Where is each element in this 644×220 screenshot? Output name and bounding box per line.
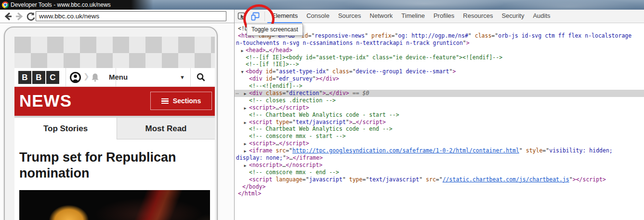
header-divider xyxy=(190,68,191,86)
code-token: type xyxy=(349,176,363,183)
code-token: src xyxy=(426,176,436,183)
dom-tree-node[interactable]: <!--[if !IE]>--> xyxy=(235,61,644,68)
code-token: " xyxy=(419,176,426,183)
expand-arrow-icon[interactable]: ▶ xyxy=(243,90,248,97)
url-input[interactable] xyxy=(36,11,226,21)
code-token: =" xyxy=(289,119,296,125)
browser-toolbar xyxy=(0,10,234,23)
code-token: =" xyxy=(286,147,292,154)
reload-icon[interactable] xyxy=(26,11,36,22)
search-icon[interactable] xyxy=(196,72,206,84)
dom-tree-node[interactable]: <div id="edr_survey"></div> xyxy=(235,75,644,82)
code-token xyxy=(263,75,266,82)
tab-top-stories[interactable]: Top Stories xyxy=(14,118,117,139)
expand-arrow-icon[interactable]: ▶ xyxy=(243,140,248,148)
devtools-tab-audits[interactable]: Audits xyxy=(528,10,554,23)
dom-tree-node[interactable]: ▶<head>…</head> xyxy=(235,47,644,54)
code-token: =" xyxy=(272,68,279,75)
sign-in-icon[interactable] xyxy=(70,72,81,85)
code-token: </script> xyxy=(356,119,386,125)
news-logo[interactable]: NEWS xyxy=(19,87,72,115)
code-token: > xyxy=(286,154,289,161)
menu-button[interactable]: Menu xyxy=(109,68,128,86)
bbc-global-header: BBC ❯ Menu ▼ xyxy=(14,68,215,87)
code-token: n-touchevents n-svg n-cssanimations n-te… xyxy=(236,40,463,46)
expand-arrow-icon[interactable]: ▶ xyxy=(240,47,245,55)
forward-arrow-icon[interactable] xyxy=(14,11,25,22)
bbc-logo-block: C xyxy=(46,71,59,84)
code-token: =" xyxy=(491,32,498,39)
code-token: " xyxy=(342,176,349,183)
expand-arrow-icon[interactable]: ▶ xyxy=(243,162,248,169)
code-token: </body> xyxy=(242,183,265,190)
expand-arrow-icon[interactable]: ▶ xyxy=(243,119,248,126)
code-token: =" xyxy=(362,176,369,183)
tab-most-read[interactable]: Most Read xyxy=(117,118,215,139)
window-title: Developer Tools - www.bbc.co.uk/news xyxy=(11,0,111,10)
dom-tree-node[interactable]: ▶<script>…</script> xyxy=(235,140,644,147)
devtools-tab-console[interactable]: Console xyxy=(302,10,334,23)
dom-tree-node[interactable]: ▶<script type="text/javascript">…</scrip… xyxy=(235,119,644,126)
dom-tree-node[interactable]: display: none;">…</iframe> xyxy=(235,154,644,162)
code-token: " xyxy=(463,40,466,46)
expand-arrow-icon[interactable]: ▶ xyxy=(243,105,248,112)
dom-tree-node[interactable]: ▶<iframe src="http://tpc.googlesyndicati… xyxy=(235,147,644,154)
devtools-tab-network[interactable]: Network xyxy=(366,10,397,23)
code-token: id xyxy=(266,68,273,75)
code-token: =" xyxy=(308,32,315,39)
devtools-tab-timeline[interactable]: Timeline xyxy=(397,10,429,23)
code-token: class xyxy=(475,32,492,39)
dom-tree-node[interactable]: ▶<noscript>…</noscript> xyxy=(235,162,644,169)
bbc-logo-block: B xyxy=(32,71,45,84)
dom-tree-node[interactable]: ▶<script>…</script> xyxy=(235,104,644,111)
code-token: <script> xyxy=(249,104,276,111)
bbc-logo[interactable]: BBC xyxy=(18,71,59,84)
code-token: " xyxy=(569,176,573,183)
devtools-tab-profiles[interactable]: Profiles xyxy=(429,10,459,23)
code-token xyxy=(263,90,266,96)
code-token: > xyxy=(452,68,456,75)
screenshot-stage: Developer Tools - www.bbc.co.uk/news Ele… xyxy=(0,0,644,220)
dom-tree-node[interactable]: <!-- comscore mmx - start --> xyxy=(235,133,644,140)
devtools-tab-resources[interactable]: Resources xyxy=(459,10,497,23)
dom-tree-node[interactable]: <!--[if IE]><body id="asset-type-idx" cl… xyxy=(235,54,644,61)
collapse-arrow-icon[interactable]: ▼ xyxy=(240,69,245,76)
expand-arrow-icon[interactable]: ▶ xyxy=(243,148,248,155)
code-token: device--group1 device--smart xyxy=(356,68,449,75)
dom-tree-node[interactable]: <!-- comscore mmx - end --> xyxy=(235,169,644,176)
code-token: style xyxy=(526,147,543,154)
code-token: … xyxy=(353,119,356,125)
code-token: <!-- comscore mmx - end --> xyxy=(249,169,339,176)
code-token: responsive-news xyxy=(315,32,365,39)
dom-tree-node[interactable]: ▼<body id="asset-type-idx" class="device… xyxy=(235,68,644,75)
dom-tree-node[interactable]: n-touchevents n-svg n-cssanimations n-te… xyxy=(235,40,644,47)
dom-tree-node[interactable]: <!-- Chartbeat Web Analytics code - end … xyxy=(235,125,644,133)
sections-button[interactable]: Sections xyxy=(150,92,212,110)
node-menu-ellipsis[interactable]: … xyxy=(236,89,239,96)
dom-tree-node[interactable]: <!-- Chartbeat Web Analytics code - star… xyxy=(235,111,644,119)
code-token: =" xyxy=(282,90,289,96)
dom-tree-node[interactable]: </html> xyxy=(235,190,644,197)
code-token: <!--[if !IE]>--> xyxy=(246,61,299,68)
code-token: <noscript> xyxy=(249,162,282,168)
devtools-tab-sources[interactable]: Sources xyxy=(334,10,366,23)
devtools-tab-bar: ElementsConsoleSourcesNetworkTimelinePro… xyxy=(267,10,555,23)
code-token: <!-- Chartbeat Web Analytics code - end … xyxy=(249,125,393,132)
code-token: =" xyxy=(302,176,309,183)
dom-tree-node[interactable]: </body> xyxy=(235,183,644,191)
trump-press-photo[interactable] xyxy=(19,190,210,220)
devtools-tab-security[interactable]: Security xyxy=(497,10,528,23)
chevron-down-icon[interactable]: ▼ xyxy=(180,68,185,86)
code-token: </script> xyxy=(279,140,309,147)
dom-tree-node[interactable]: <script language="javascript" type="text… xyxy=(235,176,644,183)
chrome-icon xyxy=(2,1,9,8)
code-token: =" xyxy=(349,68,356,75)
dom-tree-node[interactable]: …▶<div class="direction">…</div> == $0 xyxy=(235,90,644,97)
notifications-bell-icon[interactable] xyxy=(90,72,100,84)
dom-tree-node[interactable]: <!--<![endif]--> xyxy=(235,82,644,90)
back-arrow-icon[interactable] xyxy=(3,11,13,22)
headline-link[interactable]: Trump set for Republican nomination xyxy=(14,139,202,181)
dom-tree-node[interactable]: <!-- closes .direction --> xyxy=(235,97,644,104)
code-token: " xyxy=(468,32,475,39)
code-token: </head> xyxy=(269,47,292,54)
